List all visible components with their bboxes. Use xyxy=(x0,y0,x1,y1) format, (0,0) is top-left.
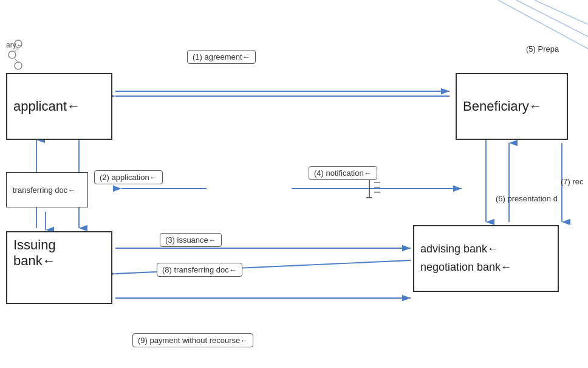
step4-label: (4) notification← xyxy=(309,166,377,180)
svg-point-27 xyxy=(9,51,16,58)
step6-label: (6) presentation d xyxy=(491,192,562,205)
svg-line-5 xyxy=(516,0,588,36)
svg-point-28 xyxy=(15,62,22,69)
svg-line-4 xyxy=(498,0,588,49)
svg-line-30 xyxy=(15,58,18,62)
step9-label: (9) payment without recourse← xyxy=(132,333,253,347)
beneficiary-box: Beneficiary← xyxy=(456,73,568,140)
step7-label: (7) rec xyxy=(556,175,588,188)
diagram-svg xyxy=(0,0,588,368)
transferring-doc-box: transferring doc← xyxy=(6,172,88,207)
issuing-bank-box: Issuingbank← xyxy=(6,231,112,304)
beneficiary-label: Beneficiary← xyxy=(463,99,542,114)
step5-label: (5) Prepa xyxy=(521,43,564,55)
applicant-label: applicant← xyxy=(13,99,80,114)
advising-bank-box: advising bank← negotiation bank← xyxy=(413,225,559,292)
step3-label: (3) issuance← xyxy=(160,233,222,247)
issuing-bank-label: Issuingbank← xyxy=(13,237,56,269)
step8-label: (8) transferring doc← xyxy=(157,263,242,277)
negotiation-bank-label: negotiation bank← xyxy=(420,261,511,274)
advising-bank-label: advising bank← xyxy=(420,243,498,256)
diagram-container: ary← applicant← Beneficiary← Issuingbank… xyxy=(0,0,588,368)
partial-text-ary: ary← xyxy=(6,41,24,49)
svg-line-6 xyxy=(535,0,588,24)
transferring-doc-label: transferring doc← xyxy=(13,186,75,195)
step1-label: (1) agreement← xyxy=(187,50,256,64)
applicant-box: applicant← xyxy=(6,73,112,140)
step2-label: (2) application← xyxy=(94,170,163,184)
